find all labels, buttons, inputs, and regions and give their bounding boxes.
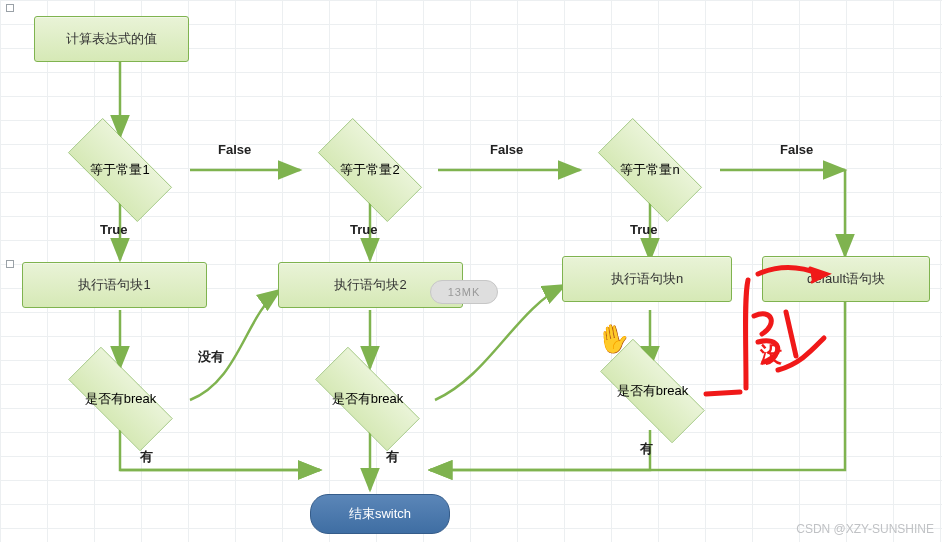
process-start: 计算表达式的值 [34,16,189,62]
cursor-hand-icon: ✋ [593,319,633,358]
edge-label-false-1: False [218,142,251,157]
watermark: CSDN @XZY-SUNSHINE [796,522,934,536]
overlay-pill: 13MK [430,280,498,304]
edge-label-yes-1: 有 [140,448,153,466]
decision-break-2-label: 是否有break [332,390,404,408]
edge-label-true-2: True [350,222,377,237]
process-exec-n-label: 执行语句块n [611,270,683,288]
edge-label-true-1: True [100,222,127,237]
terminal-end-label: 结束switch [349,505,411,523]
decision-const-2: 等于常量2 [300,135,440,205]
process-exec-1: 执行语句块1 [22,262,207,308]
decision-const-n: 等于常量n [580,135,720,205]
decision-break-2: 是否有break [295,366,440,432]
edge-label-yes-2: 有 [386,448,399,466]
annotation-red-text: 没 [760,340,782,370]
decision-break-n-label: 是否有break [617,382,689,400]
process-exec-2-label: 执行语句块2 [334,276,406,294]
decision-const-n-label: 等于常量n [620,161,679,179]
overlay-pill-text: 13MK [448,286,481,298]
process-start-label: 计算表达式的值 [66,30,157,48]
edge-label-true-n: True [630,222,657,237]
decision-const-2-label: 等于常量2 [340,161,399,179]
decision-const-1: 等于常量1 [50,135,190,205]
edge-label-yes-n: 有 [640,440,653,458]
decision-break-1-label: 是否有break [85,390,157,408]
edge-label-false-n: False [780,142,813,157]
decision-const-1-label: 等于常量1 [90,161,149,179]
annotation-red-scribble [700,258,900,418]
edge-label-false-2: False [490,142,523,157]
decision-break-1: 是否有break [48,366,193,432]
process-exec-1-label: 执行语句块1 [78,276,150,294]
terminal-end: 结束switch [310,494,450,534]
edge-label-no-1: 没有 [198,348,224,366]
